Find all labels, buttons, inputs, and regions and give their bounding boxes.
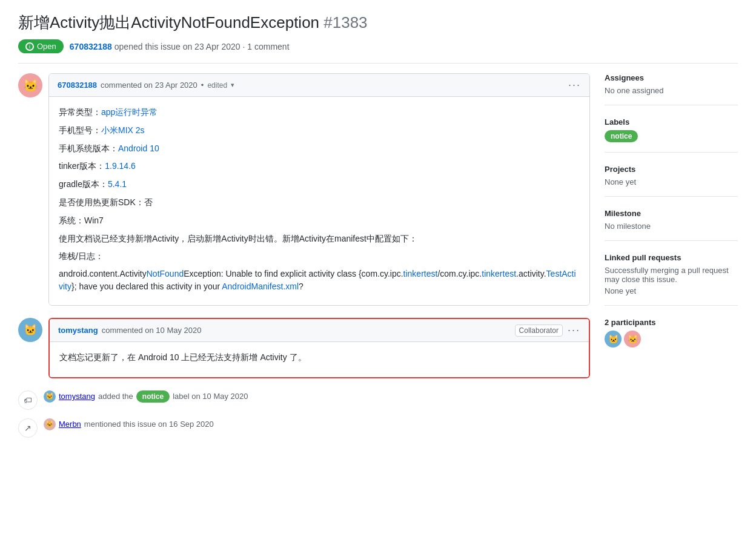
open-circle-icon: i <box>25 42 34 51</box>
timeline-tag-icon: 🏷 <box>18 390 38 410</box>
comment-body-1: 异常类型：app运行时异常 手机型号：小米MIX 2s 手机系统版本：Andro… <box>49 97 589 305</box>
labels-label: Labels <box>605 117 738 127</box>
assignees-label: Assignees <box>605 73 738 82</box>
edited-dropdown-icon[interactable]: ▾ <box>231 81 234 89</box>
timeline-mention-action: mentioned this issue on 16 Sep 2020 <box>84 420 214 429</box>
status-text: Open <box>37 42 56 51</box>
avatar-670832188: 🐱 <box>18 73 42 97</box>
comment-block-1: 🐱 670832188 commented on 23 Apr 2020 • e… <box>18 73 590 306</box>
comment-count: 1 comment <box>247 42 289 51</box>
label-notice-badge[interactable]: notice <box>605 130 638 142</box>
timeline-avatar-merbn: 🐱 <box>44 418 56 430</box>
comment-header-2: tomystang commented on 10 May 2020 Colla… <box>50 319 589 342</box>
avatar-tomystang: 🐱 <box>18 318 42 342</box>
participant-avatars: 🐱 🐱 <box>605 331 738 347</box>
timeline-label-event: 🏷 🐱 tomystang added the notice label on … <box>18 390 590 410</box>
comment-date-2: commented on 10 May 2020 <box>102 326 202 335</box>
participants-label: 2 participants <box>605 318 738 327</box>
comment-more-button-2[interactable]: ··· <box>568 324 580 337</box>
comments-area: 🐱 670832188 commented on 23 Apr 2020 • e… <box>18 73 590 446</box>
milestone-value: No milestone <box>605 222 738 231</box>
comment-header-left-2: tomystang commented on 10 May 2020 <box>58 326 202 335</box>
edited-label: edited <box>207 81 227 90</box>
comment-more-button-1[interactable]: ··· <box>568 79 581 91</box>
issue-meta-bar: i Open 670832188 opened this issue on 23… <box>18 39 738 64</box>
timeline-label-suffix: label on 10 May 2020 <box>173 392 248 401</box>
sidebar-projects: Projects None yet <box>605 165 738 197</box>
sidebar-linked-pr: Linked pull requests Successfully mergin… <box>605 253 738 306</box>
timeline-mention-icon: ↗ <box>18 418 38 438</box>
comment-header-right-2: Collaborator ··· <box>515 324 580 337</box>
timeline-action-added: added the <box>98 392 133 401</box>
participant-avatar-670832188[interactable]: 🐱 <box>624 331 641 347</box>
body-line-2: 手机系统版本：Android 10 <box>59 142 580 156</box>
issue-number: #1383 <box>323 13 367 31</box>
commenter-link-1[interactable]: 670832188 <box>58 81 97 90</box>
participant-avatar-tomystang[interactable]: 🐱 <box>605 331 622 347</box>
timeline-label-text: 🐱 tomystang added the notice label on 10… <box>44 390 248 403</box>
timeline-mention-event: ↗ 🐱 Merbn mentioned this issue on 16 Sep… <box>18 418 590 438</box>
timeline-avatar-tomystang: 🐱 <box>44 390 56 403</box>
sidebar-labels: Labels notice <box>605 117 738 153</box>
body-line-6: 系统：Win7 <box>59 214 580 228</box>
body-line-8: 堆栈/日志： <box>59 249 580 264</box>
projects-label: Projects <box>605 165 738 174</box>
linked-pr-value: None yet <box>605 286 738 295</box>
body-line-7: 使用文档说已经支持新增Activity，启动新增Activity时出错。新增Ac… <box>59 232 580 246</box>
body-line-5: 是否使用热更新SDK：否 <box>59 196 580 210</box>
projects-value: None yet <box>605 177 738 186</box>
linked-pr-text: Successfully merging a pull request may … <box>605 266 738 284</box>
issue-meta-text: 670832188 opened this issue on 23 Apr 20… <box>70 42 290 51</box>
page-title: 新增Activity抛出ActivityNotFoundException #1… <box>18 12 738 33</box>
collaborator-badge: Collaborator <box>515 324 563 337</box>
sidebar-assignees: Assignees No one assigned <box>605 73 738 105</box>
issue-title-text: 新增Activity抛出ActivityNotFoundException <box>18 13 319 31</box>
comment-box-1: 670832188 commented on 23 Apr 2020 • edi… <box>48 73 590 306</box>
stack-trace: android.content.ActivityNotFoundExceptio… <box>59 268 580 293</box>
opened-text: opened this issue on 23 Apr 2020 <box>114 42 240 51</box>
sidebar-participants: 2 participants 🐱 🐱 <box>605 318 738 357</box>
timeline-author-link[interactable]: tomystang <box>59 392 95 401</box>
comment-body-2: 文档忘记更新了，在 Android 10 上已经无法支持新增 Activity … <box>50 342 589 377</box>
comment-box-2: tomystang commented on 10 May 2020 Colla… <box>48 318 590 378</box>
comment-header-left-1: 670832188 commented on 23 Apr 2020 • edi… <box>58 81 234 90</box>
timeline-mention-author[interactable]: Merbn <box>59 420 81 429</box>
commenter-link-2[interactable]: tomystang <box>58 326 98 335</box>
timeline-mention-text: 🐱 Merbn mentioned this issue on 16 Sep 2… <box>44 418 214 430</box>
open-badge: i Open <box>18 39 64 53</box>
comment-text-2: 文档忘记更新了，在 Android 10 上已经无法支持新增 Activity … <box>59 351 579 365</box>
assignees-value: No one assigned <box>605 86 738 95</box>
issue-author-link[interactable]: 670832188 <box>70 42 112 51</box>
sidebar-milestone: Milestone No milestone <box>605 209 738 241</box>
comment-date-1: commented on 23 Apr 2020 <box>101 81 197 90</box>
comment-block-2: 🐱 tomystang commented on 10 May 2020 Col… <box>18 318 590 378</box>
body-line-1: 手机型号：小米MIX 2s <box>59 123 580 138</box>
milestone-label: Milestone <box>605 209 738 218</box>
notice-label-badge: notice <box>136 390 170 403</box>
body-line-3: tinker版本：1.9.14.6 <box>59 159 580 174</box>
comment-header-1: 670832188 commented on 23 Apr 2020 • edi… <box>49 74 589 97</box>
linked-pr-label: Linked pull requests <box>605 253 738 262</box>
body-line-0: 异常类型：app运行时异常 <box>59 105 580 120</box>
sidebar: Assignees No one assigned Labels notice … <box>605 73 738 446</box>
main-layout: 🐱 670832188 commented on 23 Apr 2020 • e… <box>18 73 738 446</box>
body-line-4: gradle版本：5.4.1 <box>59 177 580 192</box>
